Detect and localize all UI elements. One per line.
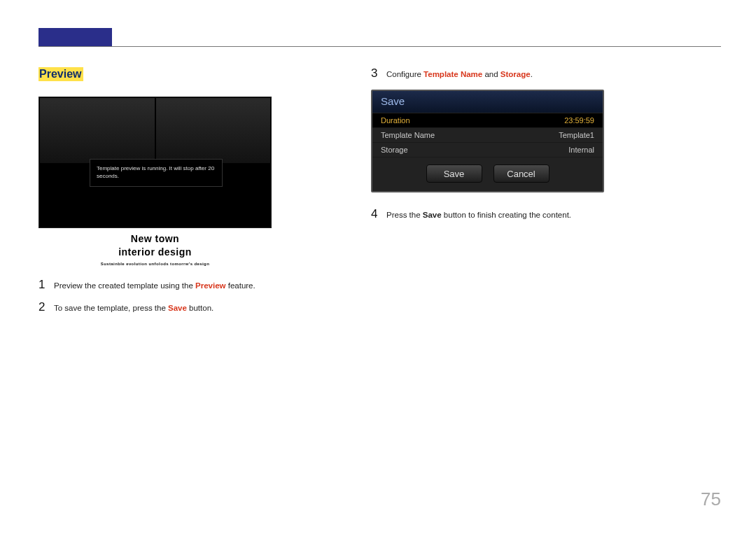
step-4-number: 4 [371,208,386,220]
caption-line-2: interior design [38,246,272,259]
step-1-fragment: Preview the created template using the [54,281,195,290]
chapter-tab [38,28,112,46]
preview-split [39,97,271,164]
steps-left: 1Preview the created template using the … [38,279,357,314]
step-4-fragment: Press the [386,211,423,219]
step-2: 2To save the template, press the Save bu… [38,301,357,314]
dialog-row-label: Storage [381,146,408,154]
step-2-fragment: button. [187,304,214,312]
step-3-fragment: . [531,70,533,78]
step-4: 4Press the Save button to finish creatin… [371,208,700,220]
dialog-row-template-name[interactable]: Template NameTemplate1 [372,128,603,143]
step-2-text: To save the template, press the Save but… [54,301,214,314]
step-3-number: 3 [371,67,386,79]
dialog-button-row: Save Cancel [372,157,603,191]
step-1: 1Preview the created template using the … [38,279,357,291]
step-2-keyword: Save [168,304,187,312]
step-1-number: 1 [38,279,54,290]
caption-line-1: New town [38,232,272,246]
step-4-keyword: Save [423,211,442,219]
step-1-keyword: Preview [195,281,225,290]
step-3: 3Configure Template Name and Storage. [371,67,700,80]
section-title: Preview [38,67,83,81]
save-button[interactable]: Save [426,164,482,183]
preview-pane-left [39,97,155,164]
step-3-block: 3Configure Template Name and Storage. [371,67,700,80]
step-2-fragment: To save the template, press the [54,304,168,312]
dialog-row-label: Template Name [381,131,435,139]
step-1-text: Preview the created template using the P… [54,279,255,291]
preview-pane-right [155,97,272,164]
dialog-row-storage[interactable]: StorageInternal [372,143,603,157]
header-rule [38,46,721,47]
step-3-fragment: Configure [386,70,424,78]
left-column: Preview Template preview is running. It … [38,67,357,323]
step-4-fragment: button to finish creating the content. [442,211,571,219]
dialog-row-label: Duration [381,116,410,125]
page-number: 75 [701,489,721,510]
step-2-number: 2 [38,301,54,313]
caption-sub: Sustainble evolution unfolods tomorrw's … [38,262,272,266]
dialog-row-duration[interactable]: Duration23:59:59 [372,113,603,128]
dialog-row-value: Template1 [559,131,594,139]
cancel-button[interactable]: Cancel [493,164,550,183]
step-3-fragment: and [482,70,500,78]
save-dialog: Save Duration23:59:59Template NameTempla… [371,90,604,192]
dialog-body: Duration23:59:59Template NameTemplate1St… [372,113,603,157]
dialog-row-value: Internal [568,146,594,154]
preview-caption: New town interior design Sustainble evol… [38,232,272,266]
step-4-text: Press the Save button to finish creating… [386,208,571,220]
dialog-title: Save [372,91,603,113]
right-column: 3Configure Template Name and Storage. Sa… [371,67,700,230]
preview-message-box: Template preview is running. It will sto… [90,159,223,187]
step-1-fragment: feature. [226,281,255,290]
step-3-keyword: Storage [500,70,531,78]
step-4-block: 4Press the Save button to finish creatin… [371,208,700,220]
step-3-text: Configure Template Name and Storage. [386,67,533,80]
dialog-row-value: 23:59:59 [564,116,594,125]
preview-screenshot: Template preview is running. It will sto… [38,97,272,228]
step-3-keyword: Template Name [424,70,482,78]
